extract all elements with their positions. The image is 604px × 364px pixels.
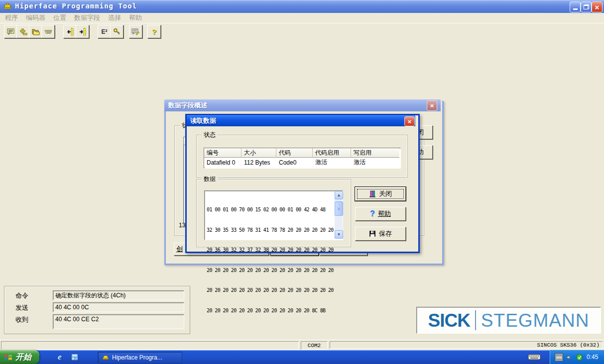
scroll-down-icon: ▼ — [337, 232, 341, 237]
status-section-main — [1, 341, 299, 350]
received-field[interactable]: 40 4C 00 CE C2 — [53, 314, 184, 329]
scroll-grip-icon: ≡ — [338, 206, 340, 211]
received-label: 收到 — [15, 315, 28, 324]
hex-line: 20 20 20 20 20 20 20 20 20 20 20 20 20 2… — [207, 287, 343, 294]
serial-port-toolbar-button[interactable] — [41, 25, 55, 38]
help-icon: ? — [152, 27, 156, 36]
add-remove-toolbar-button[interactable] — [16, 25, 30, 38]
logo-panel: SICK STEGMANN — [416, 307, 601, 334]
read-close-button[interactable]: 关闭 — [355, 187, 406, 201]
read-dialog-titlebar[interactable]: 读取数据 — [187, 115, 415, 126]
send-command-icon — [131, 28, 140, 36]
position-left-toolbar-button[interactable] — [63, 25, 77, 38]
menu-select[interactable]: 选择 — [104, 12, 125, 23]
vm-label: vm — [556, 355, 562, 360]
log-toolbar-button[interactable] — [4, 25, 17, 38]
read-help-label: 帮助 — [378, 209, 391, 218]
add-remove-icon — [19, 28, 27, 36]
system-tray: vm 0:45 — [550, 350, 604, 364]
sent-field[interactable]: 40 4C 00 0C — [53, 302, 184, 312]
save-floppy-icon — [369, 230, 376, 237]
menu-position[interactable]: 位置 — [49, 12, 70, 23]
hex-data-box[interactable]: 01 00 01 00 70 00 15 02 00 00 01 00 42 4… — [204, 190, 343, 240]
folders-icon — [31, 28, 40, 36]
logo-divider — [475, 310, 476, 330]
taskbar: 开始 e Hiperface Progra... vm 0:45 — [0, 350, 604, 364]
device-text: SINCOS SKS36 (0x32) — [537, 342, 600, 348]
windows-flag-icon — [4, 354, 12, 361]
hex-line: 20 36 30 32 32 37 32 38 20 20 20 20 20 2… — [207, 247, 343, 254]
read-data-dialog: 读取数据 × 状态 编号 大小 代码 代码启用 写启用 Datafi — [185, 114, 420, 253]
close-icon: × — [595, 3, 600, 11]
menu-encoder[interactable]: 编码器 — [22, 12, 49, 23]
logo-sick: SICK — [428, 311, 470, 330]
scroll-up-icon: ▲ — [337, 193, 341, 197]
overview-dialog-title: 数据字段概述 — [168, 101, 207, 110]
position-right-icon — [79, 28, 87, 36]
read-save-button[interactable]: 保存 — [355, 227, 406, 241]
task-helmet-icon — [102, 354, 109, 361]
eeprom-toolbar-button[interactable]: E² — [98, 25, 111, 38]
focus-rect — [357, 189, 404, 199]
command-label: 命令 — [15, 291, 28, 300]
cell-codeen: 激活 — [313, 158, 351, 167]
menu-datafield[interactable]: 数据字段 — [70, 12, 104, 23]
menu-help[interactable]: 帮助 — [125, 12, 146, 23]
col-header-size[interactable]: 大小 — [242, 148, 276, 158]
status-com-port: COM2 — [301, 341, 328, 350]
scroll-up-button[interactable]: ▲ — [335, 191, 343, 199]
main-titlebar[interactable]: Hiperface Programming Tool × — [0, 0, 604, 13]
read-save-label: 保存 — [379, 229, 392, 238]
desktop: Hiperface Programming Tool × 程序 编码器 位置 数… — [0, 0, 604, 364]
volume-tray-icon[interactable] — [566, 354, 573, 361]
tray-clock[interactable]: 0:45 — [587, 354, 598, 361]
overview-close-button[interactable]: × — [427, 100, 437, 111]
restore-button[interactable] — [581, 1, 592, 12]
send-command-toolbar-button[interactable] — [129, 25, 142, 38]
cell-size: 112 Bytes — [242, 158, 276, 167]
col-header-number[interactable]: 编号 — [204, 148, 242, 158]
menu-program[interactable]: 程序 — [1, 12, 22, 23]
read-dialog-close-button[interactable]: × — [404, 116, 415, 126]
help-toolbar-button[interactable]: ? — [147, 25, 161, 38]
col-header-code[interactable]: 代码 — [276, 148, 313, 158]
minimize-button[interactable] — [570, 1, 581, 12]
eeprom-icon: E² — [102, 28, 108, 35]
hex-line: 01 00 01 00 70 00 15 02 00 00 01 00 42 4… — [207, 206, 343, 213]
logo-stegmann: STEGMANN — [481, 311, 590, 330]
position-right-toolbar-button[interactable] — [76, 25, 89, 38]
keyboard-tray-icon[interactable] — [528, 354, 541, 363]
app-helmet-icon — [3, 2, 12, 11]
overview-dialog-titlebar[interactable]: 数据字段概述 — [164, 99, 441, 111]
quicklaunch-app-icon[interactable] — [71, 353, 79, 361]
command-field[interactable]: 确定数据字段的状态 (4Ch) — [53, 290, 184, 300]
read-status-group: 状态 编号 大小 代码 代码启用 写启用 Datafield 0 112 Byt… — [196, 135, 408, 178]
cell-code: Code0 — [276, 158, 313, 167]
table-row[interactable]: Datafield 0 112 Bytes Code0 激活 激活 — [204, 158, 400, 167]
scroll-down-button[interactable]: ▼ — [335, 230, 343, 239]
hex-scrollbar[interactable]: ▲ ≡ ▼ — [335, 191, 343, 239]
read-help-button[interactable]: ? 帮助 — [355, 207, 406, 221]
position-left-icon — [66, 28, 74, 36]
key-icon — [113, 28, 121, 36]
menubar: 程序 编码器 位置 数据字段 选择 帮助 — [0, 13, 604, 23]
tray-green-icon[interactable] — [576, 354, 583, 361]
start-label: 开始 — [15, 352, 31, 363]
task-button-label: Hiperface Progra... — [112, 354, 162, 361]
help-question-icon: ? — [370, 209, 375, 218]
status-table[interactable]: 编号 大小 代码 代码启用 写启用 Datafield 0 112 Bytes … — [204, 148, 401, 169]
col-header-codeen[interactable]: 代码启用 — [313, 148, 351, 158]
quicklaunch-ie-icon[interactable]: e — [58, 352, 67, 361]
scroll-thumb[interactable]: ≡ — [335, 201, 343, 216]
datafields-toolbar-button[interactable] — [29, 25, 42, 38]
taskbar-app-button[interactable]: Hiperface Progra... — [98, 352, 182, 364]
overview-close-icon: × — [430, 102, 434, 109]
start-button[interactable]: 开始 — [0, 350, 39, 364]
overview-count-text: 13 — [179, 222, 185, 229]
close-button[interactable]: × — [592, 1, 603, 12]
serial-port-icon — [44, 28, 53, 36]
key-toolbar-button[interactable] — [110, 25, 123, 38]
col-header-writeen[interactable]: 写启用 — [351, 148, 399, 158]
vmware-tray-icon[interactable]: vm — [555, 353, 563, 362]
sent-value: 40 4C 00 0C — [55, 304, 89, 311]
